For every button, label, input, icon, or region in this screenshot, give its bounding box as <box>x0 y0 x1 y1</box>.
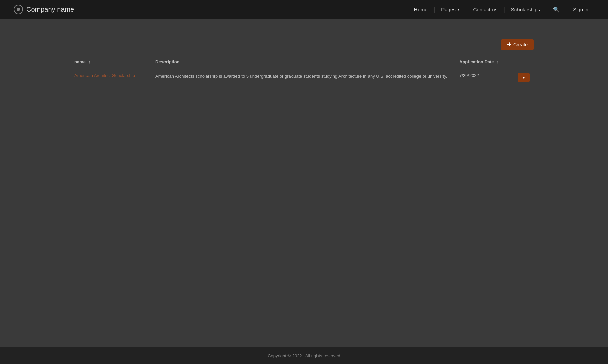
scholarship-description: American Architects scholarship is award… <box>155 74 447 79</box>
toolbar: ✚ Create <box>74 39 534 50</box>
scholarship-name-link[interactable]: American Architect Scholarship <box>74 73 135 78</box>
col-date-cell: 7/29/2022 <box>459 68 513 87</box>
col-header-description: Description <box>155 57 459 68</box>
col-header-actions <box>513 57 534 68</box>
row-action-button[interactable]: ▾ <box>518 73 530 82</box>
scholarships-table: name ↑ Description Application Date ↑ Am… <box>74 57 534 87</box>
nav-signin[interactable]: Sign in <box>567 0 594 19</box>
sort-arrow-date: ↑ <box>497 60 499 64</box>
table-body: American Architect ScholarshipAmerican A… <box>74 68 534 87</box>
col-actions-cell: ▾ <box>513 68 534 87</box>
main-content: ✚ Create name ↑ Description Application … <box>0 19 608 347</box>
footer-copyright: Copyright © 2022 . All rights reserved <box>268 353 340 358</box>
col-header-name: name ↑ <box>74 57 155 68</box>
create-button[interactable]: ✚ Create <box>501 39 534 50</box>
application-date: 7/29/2022 <box>459 73 479 78</box>
brand-name: Company name <box>26 6 74 14</box>
brand-logo[interactable]: Company name <box>14 5 74 14</box>
search-icon: 🔍 <box>553 6 560 13</box>
col-name-cell: American Architect Scholarship <box>74 68 155 87</box>
col-header-date: Application Date ↑ <box>459 57 513 68</box>
sort-arrow-name: ↑ <box>88 60 91 64</box>
search-button[interactable]: 🔍 <box>548 0 565 19</box>
nav-home[interactable]: Home <box>408 0 434 19</box>
table-header: name ↑ Description Application Date ↑ <box>74 57 534 68</box>
brand-icon <box>14 5 23 14</box>
table-row: American Architect ScholarshipAmerican A… <box>74 68 534 87</box>
col-description-cell: American Architects scholarship is award… <box>155 68 459 87</box>
plus-icon: ✚ <box>507 42 511 47</box>
navbar: Company name Home | Pages ▾ | Contact us… <box>0 0 608 19</box>
chevron-down-icon: ▾ <box>458 8 459 11</box>
footer: Copyright © 2022 . All rights reserved <box>0 347 608 364</box>
nav-contact[interactable]: Contact us <box>467 0 503 19</box>
nav-links: Home | Pages ▾ | Contact us | Scholarshi… <box>408 0 594 19</box>
nav-scholarships[interactable]: Scholarships <box>505 0 546 19</box>
nav-pages[interactable]: Pages ▾ <box>435 0 465 19</box>
